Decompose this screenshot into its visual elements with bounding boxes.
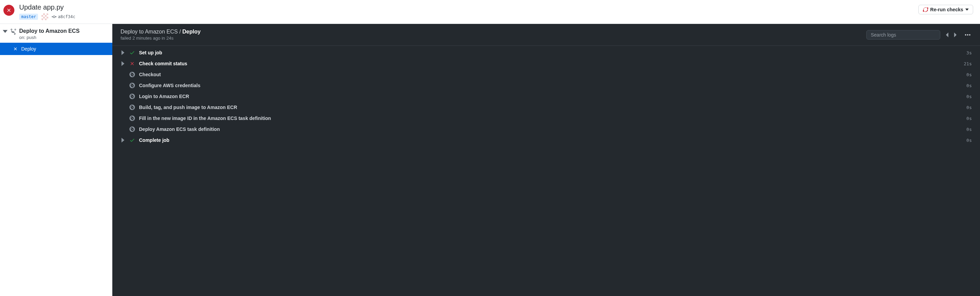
step-duration: 0s: [966, 83, 972, 88]
skipped-icon: [129, 72, 135, 77]
close-icon[interactable]: [3, 5, 14, 16]
success-icon: [129, 138, 135, 143]
avatar[interactable]: [41, 13, 48, 20]
branch-label[interactable]: master: [19, 14, 38, 20]
step-duration: 0s: [966, 127, 972, 132]
svg-point-2: [969, 34, 970, 36]
step-row: Configure AWS credentials0s: [112, 80, 980, 91]
step-duration: 0s: [966, 138, 972, 143]
workflow-trigger: on: push: [19, 35, 80, 40]
step-duration: 0s: [966, 94, 972, 99]
step-name: Complete job: [139, 138, 962, 143]
x-icon: [13, 46, 18, 51]
step-row: Checkout0s: [112, 69, 980, 80]
rerun-label: Re-run checks: [930, 7, 963, 12]
git-commit-icon: [52, 14, 57, 19]
chevron-right-icon: [121, 50, 125, 55]
status-line: failed 2 minutes ago in 24s: [121, 36, 866, 41]
content-pane: Deploy to Amazon ECS / Deploy failed 2 m…: [112, 24, 980, 296]
step-name: Deploy Amazon ECS task definition: [139, 127, 962, 132]
main-layout: Deploy to Amazon ECS on: push Deploy Dep…: [0, 24, 980, 296]
step-duration: 3s: [966, 50, 972, 55]
caret-down-icon: [965, 8, 969, 11]
breadcrumb-current: Deploy: [183, 29, 200, 35]
step-row[interactable]: Complete job0s: [112, 135, 980, 146]
step-row[interactable]: Check commit status21s: [112, 58, 980, 69]
step-name: Set up job: [139, 50, 962, 55]
step-row: Deploy Amazon ECS task definition0s: [112, 124, 980, 135]
step-row: Login to Amazon ECR0s: [112, 91, 980, 102]
page-title: Update app.py: [19, 3, 913, 11]
breadcrumb-path: Deploy to Amazon ECS / Deploy: [121, 29, 866, 35]
chevron-right-icon: [953, 32, 958, 37]
triangle-down-icon: [3, 29, 8, 34]
svg-point-0: [965, 34, 966, 36]
steps-list: Set up job3sCheck commit status21sChecko…: [112, 46, 980, 147]
sidebar: Deploy to Amazon ECS on: push Deploy: [0, 24, 112, 296]
commit-link[interactable]: a8cf34c: [52, 14, 75, 19]
prev-result-button[interactable]: [943, 31, 951, 39]
sidebar-job-deploy[interactable]: Deploy: [0, 43, 112, 55]
chevron-left-icon: [945, 32, 950, 37]
step-duration: 0s: [966, 105, 972, 110]
next-result-button[interactable]: [951, 31, 959, 39]
failed-icon: [129, 61, 135, 66]
kebab-icon: [965, 32, 970, 38]
rerun-checks-button[interactable]: Re-run checks: [918, 5, 973, 14]
chevron-right-icon: [121, 61, 125, 66]
svg-point-1: [967, 34, 968, 36]
content-header: Deploy to Amazon ECS / Deploy failed 2 m…: [112, 24, 980, 46]
more-menu-button[interactable]: [964, 31, 972, 39]
search-input[interactable]: [866, 30, 940, 40]
step-name: Configure AWS credentials: [139, 83, 962, 88]
skipped-icon: [129, 127, 135, 132]
chevron-right-icon: [121, 138, 125, 142]
page-header: Update app.py master a8cf34c Re-run chec…: [0, 0, 980, 24]
header-meta: master a8cf34c: [19, 13, 913, 20]
skipped-icon: [129, 104, 135, 110]
step-row[interactable]: Set up job3s: [112, 47, 980, 58]
workflow-icon: [10, 28, 16, 35]
step-row: Fill in the new image ID in the Amazon E…: [112, 113, 980, 124]
step-duration: 0s: [966, 72, 972, 77]
workflow-text: Deploy to Amazon ECS on: push: [19, 28, 80, 40]
workflow-header[interactable]: Deploy to Amazon ECS on: push: [0, 24, 112, 43]
step-name: Build, tag, and push image to Amazon ECR: [139, 104, 962, 110]
sync-icon: [923, 7, 928, 12]
step-row: Build, tag, and push image to Amazon ECR…: [112, 102, 980, 113]
job-name-label: Deploy: [21, 46, 36, 52]
step-name: Fill in the new image ID in the Amazon E…: [139, 116, 962, 121]
step-duration: 21s: [964, 61, 972, 66]
breadcrumb-parent[interactable]: Deploy to Amazon ECS: [121, 29, 178, 35]
commit-sha: a8cf34c: [58, 14, 75, 19]
log-nav: [943, 31, 959, 39]
step-duration: 0s: [966, 116, 972, 121]
step-name: Login to Amazon ECR: [139, 93, 962, 99]
step-name: Checkout: [139, 72, 962, 77]
workflow-name: Deploy to Amazon ECS: [19, 28, 80, 34]
step-name: Check commit status: [139, 61, 960, 66]
header-info: Update app.py master a8cf34c: [19, 3, 913, 20]
skipped-icon: [129, 116, 135, 121]
success-icon: [129, 50, 135, 55]
skipped-icon: [129, 93, 135, 99]
skipped-icon: [129, 83, 135, 88]
breadcrumb: Deploy to Amazon ECS / Deploy failed 2 m…: [121, 29, 866, 41]
